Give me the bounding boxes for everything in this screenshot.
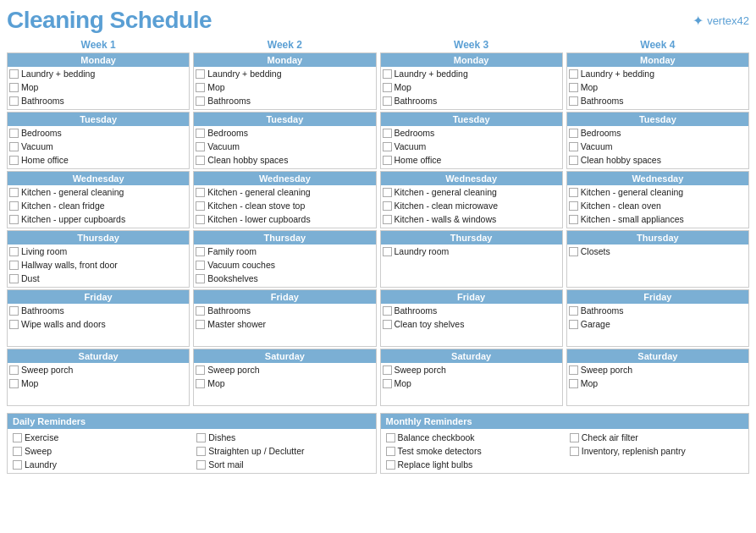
- daily-reminders-box: Daily Reminders ExerciseSweepLaundryDish…: [7, 413, 377, 474]
- checkbox[interactable]: [569, 156, 578, 165]
- checkbox[interactable]: [569, 247, 578, 256]
- task-text: Laundry + bedding: [581, 69, 654, 79]
- checkbox[interactable]: [13, 433, 22, 442]
- checkbox[interactable]: [9, 365, 19, 375]
- task-row: Inventory, replenish pantry: [568, 444, 745, 458]
- checkbox[interactable]: [569, 142, 578, 151]
- checkbox[interactable]: [196, 142, 205, 151]
- week2-day-header-3: Wednesday: [194, 172, 375, 185]
- checkbox[interactable]: [13, 460, 22, 470]
- week2-day-header-5: Friday: [194, 290, 375, 304]
- task-row: Garage: [567, 317, 748, 331]
- task-text: Balance checkbook: [398, 432, 475, 442]
- checkbox[interactable]: [383, 156, 392, 165]
- checkbox[interactable]: [569, 215, 578, 224]
- task-row: Sweep porch: [381, 363, 562, 376]
- checkbox[interactable]: [570, 433, 579, 442]
- week2-day-2: TuesdayBedroomsVacuumClean hobby spaces: [193, 112, 376, 169]
- checkbox[interactable]: [9, 215, 19, 224]
- checkbox[interactable]: [383, 247, 392, 256]
- task-row: Laundry + bedding: [567, 67, 748, 80]
- checkbox[interactable]: [386, 447, 395, 456]
- task-text: Clean hobby spaces: [207, 155, 288, 165]
- checkbox[interactable]: [386, 433, 395, 442]
- checkbox[interactable]: [196, 69, 205, 79]
- checkbox[interactable]: [383, 201, 392, 211]
- checkbox[interactable]: [9, 261, 19, 270]
- checkbox[interactable]: [9, 274, 19, 283]
- checkbox[interactable]: [9, 379, 19, 388]
- checkbox[interactable]: [383, 142, 392, 151]
- checkbox[interactable]: [569, 201, 578, 211]
- week4-day-header-3: Wednesday: [567, 172, 748, 185]
- week2-day-items-2: BedroomsVacuumClean hobby spaces: [194, 126, 375, 167]
- week1-day-header-2: Tuesday: [8, 113, 189, 126]
- checkbox[interactable]: [9, 201, 19, 211]
- week1-day-items-3: Kitchen - general cleaningKitchen - clea…: [8, 185, 189, 226]
- checkbox[interactable]: [196, 188, 205, 197]
- task-row: Laundry: [11, 458, 188, 471]
- checkbox[interactable]: [196, 83, 205, 92]
- task-text: Laundry: [25, 459, 57, 470]
- checkbox[interactable]: [383, 69, 392, 79]
- checkbox[interactable]: [569, 379, 578, 388]
- checkbox[interactable]: [196, 129, 205, 138]
- checkbox[interactable]: [383, 129, 392, 138]
- checkbox[interactable]: [383, 215, 392, 224]
- task-row: [567, 272, 748, 285]
- checkbox[interactable]: [9, 129, 19, 138]
- checkbox[interactable]: [569, 188, 578, 197]
- monthly-reminders-box: Monthly Reminders Balance checkbookTest …: [380, 413, 750, 474]
- week2-day-header-1: Monday: [194, 53, 375, 67]
- checkbox[interactable]: [383, 320, 392, 329]
- task-text: Clean toy shelves: [395, 319, 465, 329]
- checkbox[interactable]: [386, 460, 395, 470]
- checkbox[interactable]: [196, 215, 205, 224]
- task-row: Closets: [567, 245, 748, 258]
- week4-day-items-4: Closets: [567, 245, 748, 285]
- checkbox[interactable]: [569, 69, 578, 79]
- checkbox[interactable]: [569, 129, 578, 138]
- checkbox[interactable]: [196, 156, 205, 165]
- checkbox[interactable]: [383, 83, 392, 92]
- checkbox[interactable]: [196, 320, 205, 329]
- logo-text: vertex42: [707, 14, 749, 27]
- checkbox[interactable]: [196, 274, 205, 283]
- checkbox[interactable]: [383, 188, 392, 197]
- checkbox[interactable]: [383, 365, 392, 375]
- checkbox[interactable]: [9, 156, 19, 165]
- checkbox[interactable]: [569, 83, 578, 92]
- checkbox[interactable]: [9, 142, 19, 151]
- checkbox[interactable]: [9, 247, 19, 256]
- checkbox[interactable]: [196, 247, 205, 256]
- checkbox[interactable]: [570, 447, 579, 456]
- checkbox[interactable]: [9, 306, 19, 316]
- checkbox[interactable]: [196, 433, 206, 442]
- checkbox[interactable]: [569, 96, 578, 106]
- checkbox[interactable]: [9, 96, 19, 106]
- checkbox[interactable]: [569, 320, 578, 329]
- task-row: Kitchen - general cleaning: [567, 185, 748, 199]
- checkbox[interactable]: [196, 460, 206, 470]
- checkbox[interactable]: [13, 447, 22, 456]
- checkbox[interactable]: [383, 379, 392, 388]
- task-row: Kitchen - walls & windows: [381, 212, 562, 226]
- checkbox[interactable]: [196, 306, 205, 316]
- week4-day-header-4: Thursday: [567, 231, 748, 245]
- task-row: [567, 390, 748, 404]
- checkbox[interactable]: [196, 447, 206, 456]
- checkbox[interactable]: [383, 96, 392, 106]
- checkbox[interactable]: [569, 306, 578, 316]
- checkbox[interactable]: [9, 83, 19, 92]
- checkbox[interactable]: [196, 261, 205, 270]
- checkbox[interactable]: [9, 69, 19, 79]
- checkbox[interactable]: [569, 365, 578, 375]
- checkbox[interactable]: [9, 320, 19, 329]
- checkbox[interactable]: [9, 188, 19, 197]
- checkbox[interactable]: [196, 365, 205, 375]
- checkbox[interactable]: [383, 306, 392, 316]
- checkbox[interactable]: [196, 379, 205, 388]
- checkbox[interactable]: [196, 96, 205, 106]
- checkbox[interactable]: [196, 201, 205, 211]
- task-row: [8, 390, 189, 404]
